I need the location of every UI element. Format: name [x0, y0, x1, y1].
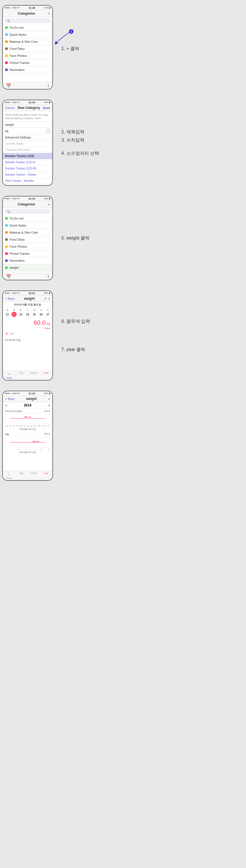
title-input[interactable] [5, 123, 50, 126]
back-button-4[interactable]: < Back [5, 297, 14, 300]
share-button-weekly[interactable]: Share [44, 410, 50, 412]
list-item-3-period[interactable]: Period Tracker › [3, 250, 52, 257]
add-button-1[interactable]: + [48, 11, 50, 16]
annotation-2: 2. 제목입력 3. 수치입력 4. 소수점자리 선택 [56, 95, 246, 191]
month-section-label: 9월 [5, 433, 9, 436]
nav-title-4: weight [24, 297, 35, 301]
tab-5-month[interactable]: Month [28, 471, 40, 480]
weekly-section: Weekly Averages Share 60.0 kg 1월 2월 3월 4… [3, 409, 52, 432]
list-item-face[interactable]: Face Photos › [3, 52, 52, 59]
chevron-todo: › [49, 26, 50, 29]
tab-5-today[interactable]: ＋ Today [3, 471, 15, 480]
nav-title-3: Categories [18, 203, 35, 206]
list-item-reminders[interactable]: Reminders › [3, 66, 52, 73]
dot-3-face [5, 245, 8, 248]
list-item-todo[interactable]: To-Do List › [3, 24, 52, 31]
list-item-3-quicknotes[interactable]: Quick Notes › [3, 222, 52, 229]
chevron-3-todo: › [49, 217, 50, 220]
year-prev-btn[interactable]: < [5, 403, 7, 407]
day-label-30: 30 [48, 448, 50, 450]
item-label-3-period: Period Tracker [9, 252, 49, 255]
weekdate-2[interactable]: 23 [18, 312, 23, 317]
weekdate-3[interactable]: 24 [25, 312, 30, 317]
tracker-item-6[interactable]: Time Tracker - Number [3, 178, 52, 184]
item-label-3-weight: weight [9, 266, 49, 269]
iphone-frame-4: ●●●○○ olleh ⟳ 02:01 56% ▮ < Back weight … [2, 290, 53, 380]
dot-3-reminders [5, 259, 8, 262]
menu-icon-5[interactable]: ≡ [49, 397, 50, 401]
month-label-3: 3월 [13, 425, 15, 427]
back-button-5[interactable]: < Back [5, 397, 14, 401]
year-nav: < 2014 > [3, 402, 52, 409]
list-item-makeup[interactable]: Makeup & Skin Care › [3, 38, 52, 45]
tab-year[interactable]: Year [40, 371, 52, 380]
advanced-label: Advanced Settings [5, 136, 49, 139]
list-item-3-todo[interactable]: To-Do List › [3, 215, 52, 222]
plus-tab-icon: ＋ [3, 372, 14, 377]
tracker-item-4[interactable]: Number Tracker (123.45) [3, 165, 52, 172]
year-next-btn[interactable]: > [48, 403, 50, 407]
info-icon-3[interactable]: ℹ [48, 274, 49, 279]
list-item-period[interactable]: Period Tracker › [3, 59, 52, 66]
tracker-item-5[interactable]: Number Tracker - Clicker [3, 172, 52, 178]
share-button-month[interactable]: Share [44, 433, 50, 436]
search-bar-3[interactable]: 🔍 [4, 209, 51, 214]
calendar-icon-1[interactable]: 📅 [6, 83, 11, 88]
year-title: 2014 [24, 403, 32, 407]
status-bar-5: ●●●○○ olleh ⟳ 01:40 59% ▮ [3, 391, 52, 396]
month-label-2: 2월 [9, 425, 11, 427]
list-item-3-face[interactable]: Face Photos › [3, 243, 52, 250]
section-4: ●●●○○ olleh ⟳ 02:01 56% ▮ < Back weight … [0, 285, 246, 385]
tracker-item-1[interactable]: Checklist with Notes [3, 147, 52, 153]
list-item-3-makeup[interactable]: Makeup & Skin Care › [3, 229, 52, 236]
month-label-7: 7월 [27, 425, 29, 427]
dot-face [5, 54, 8, 57]
menu-icon-4[interactable]: ≡ [49, 297, 50, 301]
tab-day[interactable]: Day [15, 371, 28, 380]
weekdate-1[interactable]: 22 [11, 312, 17, 317]
dot-3-food [5, 238, 8, 241]
unit-field[interactable]: kg i [3, 128, 52, 134]
plus-button[interactable]: + [5, 331, 8, 337]
info-icon-1[interactable]: ℹ [48, 83, 49, 88]
cancel-button[interactable]: Cancel [5, 106, 14, 110]
item-label-face: Face Photos [9, 54, 49, 57]
tracker-item-0[interactable]: List with Notes [3, 141, 52, 147]
list-item-3-reminders[interactable]: Reminders › [3, 257, 52, 264]
chart-line-yearly [10, 418, 45, 418]
close-icon-4[interactable]: ✕ [44, 297, 47, 301]
month-label-1: 1월 [6, 425, 8, 427]
tracker-item-3[interactable]: Number Tracker (123.4) [3, 159, 52, 165]
annotation-text-4b: 7. year 클릭 [61, 346, 240, 354]
save-button[interactable]: Save [43, 106, 50, 110]
list-item-food[interactable]: Food Diary › [3, 45, 52, 52]
weekday-3: 수 24 [25, 308, 30, 317]
annotation-5 [56, 385, 246, 486]
list-item-3-weight[interactable]: weight › [3, 264, 52, 271]
chart-header: Weekly Averages Share [5, 410, 50, 412]
weekdate-6[interactable]: 27 [45, 312, 51, 317]
tracker-item-2[interactable]: Number Tracker (123) [3, 153, 52, 159]
nav-bar-4: < Back weight ✕ ≡ [3, 296, 52, 302]
title-field[interactable] [3, 122, 52, 128]
weekdate-0[interactable]: 21 [5, 312, 10, 317]
list-item-quicknotes[interactable]: Quick Notes › [3, 31, 52, 38]
advanced-settings-row[interactable]: Advanced Settings › [3, 134, 52, 141]
today-label: Today [3, 327, 52, 330]
chevron-makeup: › [49, 40, 50, 43]
tab-month[interactable]: Month [28, 371, 40, 380]
form-screen: What would you like to track? It's easy!… [3, 111, 52, 185]
signal-4: ●●●○○ olleh ⟳ [5, 292, 20, 294]
item-label-3-makeup: Makeup & Skin Care [9, 231, 49, 234]
info-circle-icon[interactable]: i [46, 129, 50, 133]
calendar-icon-3[interactable]: 📅 [6, 274, 11, 279]
tab-5-day[interactable]: Day [15, 471, 28, 480]
weekdate-5[interactable]: 26 [38, 312, 43, 317]
tab-today[interactable]: ＋ Today [3, 371, 15, 380]
weekdate-4[interactable]: 25 [32, 312, 37, 317]
tab-5-year[interactable]: Year [40, 471, 52, 480]
list-item-3-food[interactable]: Food Diary › [3, 236, 52, 243]
add-button-3[interactable]: + [48, 202, 50, 207]
search-bar-1[interactable]: 🔍 [4, 18, 51, 23]
minus-button[interactable]: − [10, 330, 14, 337]
